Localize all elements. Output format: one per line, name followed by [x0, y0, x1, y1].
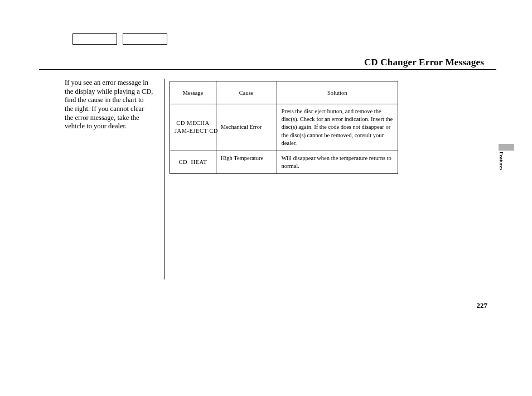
top-placeholder-boxes — [72, 33, 496, 45]
page-title: CD Changer Error Messages — [39, 57, 496, 68]
cell-message: CD HEAT — [170, 151, 216, 173]
column-divider — [165, 79, 165, 279]
header-cause: Cause — [216, 81, 277, 104]
table-row: CD HEAT High Temperature Will disappear … — [170, 151, 398, 173]
placeholder-box-1 — [72, 33, 117, 45]
section-tab: Features — [499, 144, 505, 172]
table-wrapper: Message Cause Solution CD MECHA JAM-EJEC… — [170, 79, 398, 174]
header-message: Message — [170, 81, 216, 104]
intro-text: If you see an error message in the displ… — [39, 79, 159, 131]
cell-message: CD MECHA JAM-EJECT CD — [170, 104, 216, 151]
table-row: CD MECHA JAM-EJECT CD Mechanical Error P… — [170, 104, 398, 151]
tab-color-block — [499, 144, 514, 151]
error-messages-table: Message Cause Solution CD MECHA JAM-EJEC… — [170, 81, 398, 174]
table-header-row: Message Cause Solution — [170, 81, 398, 104]
cell-cause: High Temperature — [216, 151, 277, 173]
cell-solution: Press the disc eject button, and remove … — [277, 104, 398, 151]
title-row: CD Changer Error Messages — [39, 57, 496, 70]
tab-label: Features — [499, 152, 504, 170]
placeholder-box-2 — [123, 33, 167, 45]
page-number: 227 — [477, 301, 488, 310]
cell-solution: Will disappear when the temperature retu… — [277, 151, 398, 173]
page-content: CD Changer Error Messages If you see an … — [39, 33, 496, 279]
header-solution: Solution — [277, 81, 398, 104]
content-columns: If you see an error message in the displ… — [39, 79, 496, 279]
cell-cause: Mechanical Error — [216, 104, 277, 151]
